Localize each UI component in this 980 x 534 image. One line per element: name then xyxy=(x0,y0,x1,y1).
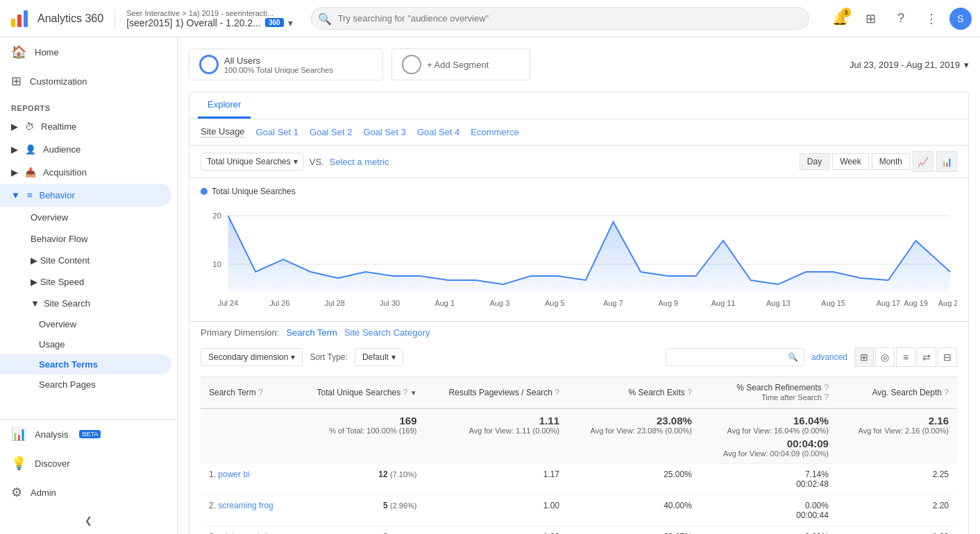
primary-dimension-active[interactable]: Search Term xyxy=(286,327,337,338)
secondary-dimension-dropdown[interactable]: Secondary dimension ▾ xyxy=(201,348,303,366)
audience-icon: 👤 xyxy=(25,144,36,155)
sidebar: 🏠 Home ⊞ Customization REPORTS ▶ ⏱ Realt… xyxy=(0,37,178,534)
advanced-link[interactable]: advanced xyxy=(811,352,847,362)
sidebar-analysis-label: Analysis xyxy=(35,429,68,440)
svg-text:Jul 28: Jul 28 xyxy=(325,299,345,307)
chart-area: Total Unique Searches 20 xyxy=(189,178,968,321)
total-unique-help-icon[interactable]: ? xyxy=(403,388,408,397)
help-button[interactable]: ? xyxy=(888,6,913,31)
sidebar-item-search-terms[interactable]: Search Terms xyxy=(0,354,171,374)
search-term-help-icon[interactable]: ? xyxy=(258,388,263,397)
sidebar-item-behavior-flow[interactable]: Behavior Flow xyxy=(0,228,177,250)
list-view-button[interactable]: ≡ xyxy=(896,347,915,367)
table-search-input[interactable] xyxy=(672,352,785,362)
sort-type-dropdown[interactable]: Default ▾ xyxy=(355,348,403,366)
avg-depth-help-icon[interactable]: ? xyxy=(944,388,949,397)
app-logo[interactable] xyxy=(8,8,31,30)
segments-bar: All Users 100.00% Total Unique Searches … xyxy=(189,49,969,80)
topbar-search-area: 🔍 xyxy=(311,7,809,30)
row2-term-link[interactable]: screaming frog xyxy=(218,501,273,510)
pct-exits-help-icon[interactable]: ? xyxy=(687,388,692,397)
svg-text:Aug 3: Aug 3 xyxy=(490,299,509,307)
add-segment-button[interactable]: + Add Segment xyxy=(391,49,530,80)
sidebar-item-discover[interactable]: 💡 Discover xyxy=(0,449,177,478)
pivot-view-button[interactable]: ⊟ xyxy=(938,347,957,367)
sidebar-discover-label: Discover xyxy=(35,458,70,469)
table-search-icon[interactable]: 🔍 xyxy=(788,352,798,362)
search-icon: 🔍 xyxy=(318,12,332,25)
sidebar-item-admin[interactable]: ⚙ Admin xyxy=(0,478,177,507)
row1-term-link[interactable]: power bi xyxy=(218,470,249,479)
primary-dimension-other[interactable]: Site Search Category xyxy=(344,327,430,338)
metric-dropdown-label: Total Unique Searches xyxy=(207,157,291,166)
svg-rect-1 xyxy=(17,15,22,27)
sidebar-item-site-speed[interactable]: ▶ Site Speed xyxy=(0,271,177,293)
topbar-account-name[interactable]: [seer2015] 1) Overall - 1.20.2... 360 ▾ xyxy=(126,17,292,28)
sidebar-item-home[interactable]: 🏠 Home xyxy=(0,37,177,67)
tab-explorer[interactable]: Explorer xyxy=(198,92,251,119)
month-button[interactable]: Month xyxy=(872,153,910,170)
sidebar-item-realtime[interactable]: ▶ ⏱ Realtime xyxy=(0,115,177,138)
row1-refine-cell: 7.14% 00:02:48 xyxy=(700,464,837,495)
notifications-button[interactable]: 🔔 3 xyxy=(827,6,852,31)
vs-label: VS. xyxy=(310,157,324,167)
sidebar-item-behavior-overview[interactable]: Overview xyxy=(0,207,177,228)
grid-view-button[interactable]: ⊞ xyxy=(854,347,874,367)
sidebar-item-search-usage[interactable]: Usage xyxy=(0,334,177,354)
sidebar-item-site-content[interactable]: ▶ Site Content xyxy=(0,250,177,271)
sidebar-item-customization[interactable]: ⊞ Customization xyxy=(0,67,177,96)
pct-refine-help-icon[interactable]: ? xyxy=(824,383,829,393)
day-button[interactable]: Day xyxy=(800,153,829,170)
svg-text:Aug 17: Aug 17 xyxy=(877,299,901,307)
sidebar-item-behavior[interactable]: ▼ ≡ Behavior xyxy=(0,184,171,207)
sidebar-item-analysis[interactable]: 📊 Analysis BETA xyxy=(0,420,177,449)
sidebar-realtime-label: Realtime xyxy=(41,121,76,132)
sidebar-item-site-search[interactable]: ▼ Site Search xyxy=(0,293,177,314)
row2-depth-cell: 2.20 xyxy=(837,495,957,526)
search-input[interactable] xyxy=(311,7,809,30)
svg-text:Aug 19: Aug 19 xyxy=(904,299,928,307)
line-chart-button[interactable]: 📈 xyxy=(913,151,933,172)
account-chevron-icon: ▾ xyxy=(288,17,293,28)
row2-results-cell: 1.00 xyxy=(425,495,568,526)
sidebar-item-search-overview[interactable]: Overview xyxy=(0,314,177,334)
bar-chart-button[interactable]: 📊 xyxy=(936,151,957,172)
comparison-view-button[interactable]: ⇄ xyxy=(917,347,936,367)
results-pv-help-icon[interactable]: ? xyxy=(555,388,559,397)
svg-text:Aug 11: Aug 11 xyxy=(711,299,736,307)
sidebar-item-search-pages[interactable]: Search Pages xyxy=(0,374,177,395)
tab-goal-set-4[interactable]: Goal Set 4 xyxy=(417,127,459,137)
tab-ecommerce[interactable]: Ecommerce xyxy=(471,127,518,137)
topbar-divider xyxy=(115,9,115,28)
tab-goal-set-2[interactable]: Goal Set 2 xyxy=(310,127,352,137)
week-button[interactable]: Week xyxy=(832,153,868,170)
total-search-term-cell xyxy=(201,408,294,464)
time-after-help-icon[interactable]: ? xyxy=(824,393,829,402)
row1-unique-cell: 12 (7.10%) xyxy=(294,464,425,495)
content-area: All Users 100.00% Total Unique Searches … xyxy=(178,37,980,534)
tab-site-usage[interactable]: Site Usage xyxy=(201,126,245,138)
sidebar-search-overview-label: Overview xyxy=(39,319,76,329)
topbar: Analytics 360 Seer Interactive > 1a) 201… xyxy=(0,0,980,37)
svg-rect-0 xyxy=(11,19,15,27)
tab-goal-set-1[interactable]: Goal Set 1 xyxy=(256,127,298,137)
apps-button[interactable]: ⊞ xyxy=(858,6,883,31)
table-row: 1. power bi 12 (7.10%) 1.17 25.00% 7.14% xyxy=(201,464,957,495)
date-range-picker[interactable]: Jul 23, 2019 - Aug 21, 2019 ▾ xyxy=(850,60,969,70)
row2-refine-cell: 0.00% 00:00:44 xyxy=(700,495,837,526)
sidebar-item-audience[interactable]: ▶ 👤 Audience xyxy=(0,138,177,161)
tab-goal-set-3[interactable]: Goal Set 3 xyxy=(363,127,405,137)
all-users-segment[interactable]: All Users 100.00% Total Unique Searches xyxy=(189,49,383,80)
sidebar-item-acquisition[interactable]: ▶ 📥 Acquisition xyxy=(0,161,177,184)
sidebar-collapse-button[interactable]: ❮ xyxy=(0,507,177,534)
admin-icon: ⚙ xyxy=(11,485,22,500)
avatar[interactable]: S xyxy=(949,8,972,30)
more-options-button[interactable]: ⋮ xyxy=(919,6,944,31)
pie-view-button[interactable]: ◎ xyxy=(875,347,895,367)
select-metric-button[interactable]: Select a metric xyxy=(330,157,389,167)
help-icon: ? xyxy=(897,11,904,26)
collapse-icon: ❮ xyxy=(85,515,92,526)
svg-text:Jul 24: Jul 24 xyxy=(218,299,238,307)
metric-dropdown[interactable]: Total Unique Searches ▾ xyxy=(201,153,304,171)
row3-results-cell: 1.33 xyxy=(425,526,568,535)
